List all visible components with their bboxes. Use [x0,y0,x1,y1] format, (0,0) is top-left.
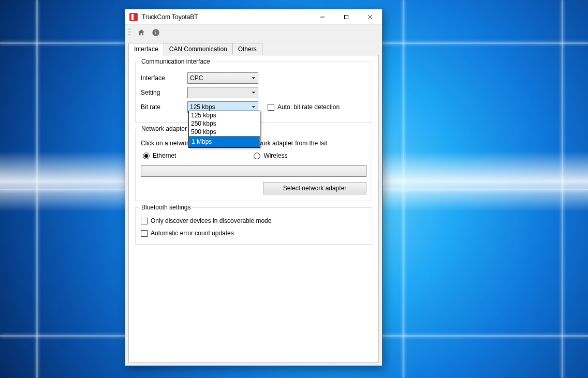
tab-interface[interactable]: Interface [128,43,164,55]
info-icon[interactable] [151,28,160,37]
checkbox-label: Auto. bit rate detection [277,103,340,111]
checkbox-label: Only discover devices in discoverable mo… [151,217,271,224]
bit-rate-dropdown-list[interactable]: 125 kbps 250 kbps 500 kbps 1 Mbps [188,111,260,148]
checkbox-box [141,218,148,224]
tab-others[interactable]: Others [232,43,262,55]
button-label: Select network adapter [283,185,347,192]
home-icon[interactable] [137,28,146,37]
checkbox-auto-bit-rate[interactable]: Auto. bit rate detection [268,103,340,111]
bit-rate-option[interactable]: 500 kbps [189,128,260,136]
app-window: TruckCom ToyotaBT Interface CAN Communic… [125,9,383,366]
window-title: TruckCom ToyotaBT [142,13,198,21]
bit-rate-option[interactable]: 125 kbps [189,111,260,119]
chevron-down-icon [252,74,256,82]
minimize-button[interactable] [311,9,334,25]
checkbox-discoverable-only[interactable]: Only discover devices in discoverable mo… [141,217,366,224]
select-interface[interactable]: CPC [187,72,258,84]
checkbox-auto-error-updates[interactable]: Automatic error count updates [141,230,366,237]
label-interface: Interface [141,74,187,82]
close-button[interactable] [358,9,382,25]
group-title: Communication interface [139,58,212,65]
radio-label: Ethernet [153,152,176,159]
maximize-button[interactable] [334,9,358,25]
tab-can-communication[interactable]: CAN Communication [164,43,233,55]
svg-rect-1 [345,15,348,19]
group-communication-interface: Communication interface Interface CPC Se… [135,62,372,123]
group-title: Network adapter [139,125,189,132]
radio-ethernet[interactable]: Ethernet [143,152,176,159]
svg-rect-6 [155,31,156,31]
checkbox-label: Automatic error count updates [151,230,234,237]
radio-label: Wireless [263,152,287,159]
titlebar[interactable]: TruckCom ToyotaBT [125,9,382,25]
label-bit-rate: Bit rate [141,103,187,111]
radio-dot [143,153,150,159]
checkbox-box [268,104,274,111]
group-bluetooth-settings: Bluetooth settings Only discover devices… [135,207,372,245]
svg-rect-5 [155,32,156,34]
radio-dot [254,153,260,159]
toolbar-grip[interactable] [128,28,130,37]
select-network-adapter[interactable] [141,165,366,177]
select-setting[interactable] [187,87,258,98]
radio-wireless[interactable]: Wireless [254,152,287,159]
group-title: Bluetooth settings [139,204,193,211]
tabs-row: Interface CAN Communication Others [125,40,382,55]
bit-rate-option[interactable]: 250 kbps [189,119,260,128]
bit-rate-option[interactable]: 1 Mbps [189,136,260,147]
app-icon [129,13,138,21]
chevron-down-icon [252,89,256,96]
chevron-down-icon [252,103,256,111]
select-bit-rate-value: 125 kbps [190,103,215,111]
select-interface-value: CPC [190,74,203,82]
label-setting: Setting [141,89,187,96]
tab-body: Communication interface Interface CPC Se… [128,55,379,362]
toolbar [125,25,382,40]
select-network-adapter-button[interactable]: Select network adapter [263,182,366,194]
checkbox-box [141,230,148,237]
